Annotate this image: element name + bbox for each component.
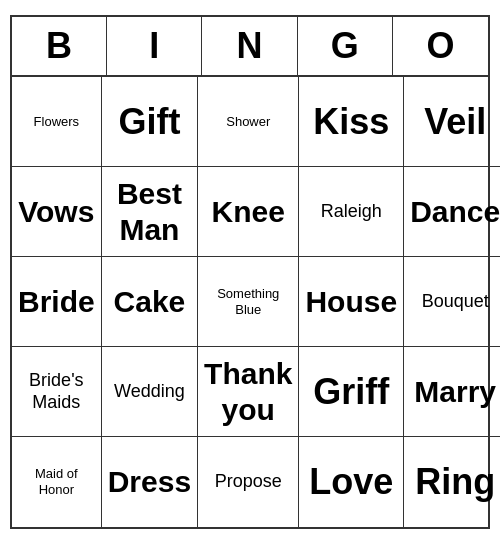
bingo-cell: Veil <box>404 77 500 167</box>
bingo-cell: Wedding <box>102 347 198 437</box>
bingo-cell: Dance <box>404 167 500 257</box>
cell-text: Propose <box>215 471 282 493</box>
header-letter: G <box>298 17 393 75</box>
header-letter: B <box>12 17 107 75</box>
bingo-cell: Maid of Honor <box>12 437 102 527</box>
cell-text: Bride's Maids <box>18 370 95 413</box>
bingo-cell: Shower <box>198 77 299 167</box>
bingo-grid: FlowersGiftShowerKissVeilVowsBest ManKne… <box>12 77 488 527</box>
bingo-cell: Marry <box>404 347 500 437</box>
bingo-cell: Bouquet <box>404 257 500 347</box>
cell-text: Raleigh <box>321 201 382 223</box>
cell-text: Dress <box>108 464 191 500</box>
bingo-cell: Bride's Maids <box>12 347 102 437</box>
bingo-cell: Knee <box>198 167 299 257</box>
header-letter: N <box>202 17 297 75</box>
cell-text: Flowers <box>34 114 80 130</box>
bingo-card: BINGO FlowersGiftShowerKissVeilVowsBest … <box>10 15 490 529</box>
cell-text: Veil <box>424 100 486 143</box>
header-letter: I <box>107 17 202 75</box>
bingo-cell: Flowers <box>12 77 102 167</box>
bingo-cell: Bride <box>12 257 102 347</box>
cell-text: Shower <box>226 114 270 130</box>
bingo-cell: Raleigh <box>299 167 404 257</box>
cell-text: Knee <box>212 194 285 230</box>
cell-text: Bride <box>18 284 95 320</box>
bingo-cell: Kiss <box>299 77 404 167</box>
cell-text: Griff <box>313 370 389 413</box>
bingo-cell: Love <box>299 437 404 527</box>
bingo-cell: Griff <box>299 347 404 437</box>
cell-text: Ring <box>415 460 495 503</box>
bingo-cell: Propose <box>198 437 299 527</box>
bingo-header: BINGO <box>12 17 488 77</box>
cell-text: Best Man <box>108 176 191 248</box>
bingo-cell: Dress <box>102 437 198 527</box>
cell-text: Marry <box>414 374 496 410</box>
bingo-cell: Cake <box>102 257 198 347</box>
cell-text: Wedding <box>114 381 185 403</box>
cell-text: Something Blue <box>204 286 292 317</box>
cell-text: Bouquet <box>422 291 489 313</box>
cell-text: Maid of Honor <box>18 466 95 497</box>
cell-text: Dance <box>410 194 500 230</box>
cell-text: Gift <box>118 100 180 143</box>
bingo-cell: House <box>299 257 404 347</box>
header-letter: O <box>393 17 488 75</box>
bingo-cell: Vows <box>12 167 102 257</box>
bingo-cell: Gift <box>102 77 198 167</box>
bingo-cell: Thank you <box>198 347 299 437</box>
cell-text: Thank you <box>204 356 292 428</box>
bingo-cell: Something Blue <box>198 257 299 347</box>
cell-text: Cake <box>114 284 186 320</box>
cell-text: Kiss <box>313 100 389 143</box>
cell-text: Vows <box>18 194 94 230</box>
bingo-cell: Ring <box>404 437 500 527</box>
bingo-cell: Best Man <box>102 167 198 257</box>
cell-text: Love <box>309 460 393 503</box>
cell-text: House <box>305 284 397 320</box>
